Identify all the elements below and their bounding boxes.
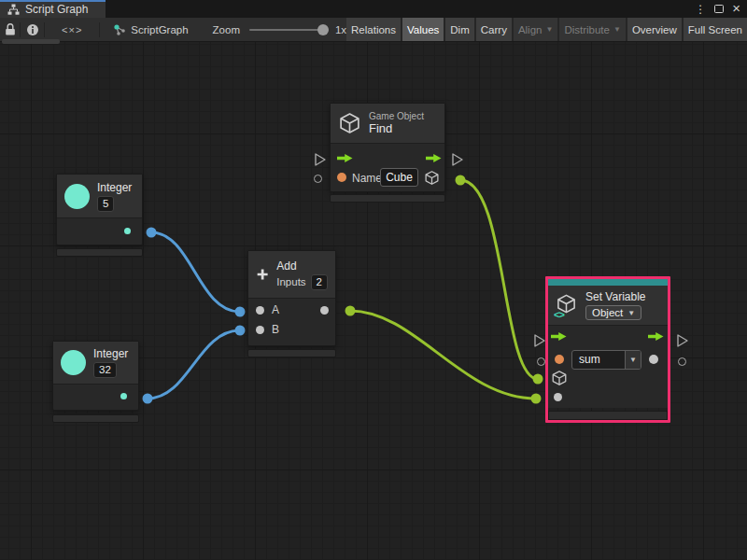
input-port-b[interactable] bbox=[256, 326, 264, 334]
wire-add-to-setvariable-value[interactable] bbox=[350, 311, 536, 399]
wire-find-to-setvariable-object[interactable] bbox=[460, 180, 538, 379]
node-title: Add bbox=[276, 259, 328, 273]
graph-breadcrumb-icon bbox=[113, 23, 126, 36]
titlebar: Script Graph ⋮ × bbox=[0, 0, 747, 18]
node-title: Find bbox=[369, 121, 424, 135]
input-port-gameobject-icon[interactable] bbox=[551, 370, 568, 386]
name-label: Name bbox=[352, 172, 382, 185]
relations-button[interactable]: Relations bbox=[346, 18, 401, 41]
values-button[interactable]: Values bbox=[402, 18, 444, 41]
integer-type-icon bbox=[61, 350, 86, 375]
value-output-marker[interactable] bbox=[678, 357, 686, 366]
variable-color-bar bbox=[548, 279, 668, 286]
node-gameobject-find[interactable]: Game Object Find Name Cube bbox=[330, 103, 445, 203]
carry-button[interactable]: Carry bbox=[476, 18, 512, 41]
gameobject-cube-icon bbox=[338, 111, 361, 135]
breadcrumb[interactable]: ScriptGraph bbox=[113, 23, 188, 36]
node-category: Game Object bbox=[369, 111, 424, 121]
inputs-count-field[interactable]: 2 bbox=[311, 274, 328, 290]
input-port-value[interactable] bbox=[554, 393, 562, 401]
gameobject-output-icon[interactable] bbox=[424, 170, 440, 186]
control-input-port[interactable] bbox=[337, 153, 353, 163]
variable-name-dropdown[interactable]: sum ▼ bbox=[571, 350, 641, 370]
tab-script-graph[interactable]: Script Graph bbox=[0, 0, 106, 18]
wire-integer32-to-add-b[interactable] bbox=[148, 330, 240, 399]
node-footer bbox=[548, 411, 668, 420]
integer-value-field[interactable]: 5 bbox=[97, 196, 114, 212]
output-port-integer[interactable] bbox=[120, 393, 127, 399]
close-icon[interactable]: × bbox=[732, 1, 740, 15]
integer-type-icon bbox=[64, 184, 90, 209]
node-footer bbox=[247, 349, 336, 357]
zoom-slider[interactable] bbox=[249, 29, 326, 31]
node-footer bbox=[56, 248, 143, 257]
value-input-marker[interactable] bbox=[314, 175, 322, 183]
output-port-integer[interactable] bbox=[124, 228, 131, 234]
tab-label: Script Graph bbox=[25, 3, 88, 16]
node-footer bbox=[52, 414, 139, 423]
window-controls: ⋮ × bbox=[695, 0, 747, 18]
graph-tab-icon bbox=[7, 4, 20, 15]
output-port-sum[interactable] bbox=[320, 306, 329, 315]
graph-canvas[interactable]: Integer 5 Integer 32 bbox=[0, 42, 747, 560]
overview-button[interactable]: Overview bbox=[627, 18, 682, 41]
toolbar-button-group: Relations Values Dim Carry Align▼ Distri… bbox=[346, 18, 747, 41]
window-menu-icon[interactable]: ⋮ bbox=[695, 4, 706, 15]
breadcrumb-label: ScriptGraph bbox=[131, 24, 188, 35]
control-output-marker[interactable] bbox=[676, 333, 689, 348]
node-footer bbox=[330, 194, 445, 203]
distribute-button[interactable]: Distribute▼ bbox=[559, 18, 626, 41]
zoom-label: Zoom bbox=[213, 24, 240, 35]
code-preview-toggle[interactable]: <×> bbox=[45, 24, 99, 35]
maximize-icon[interactable] bbox=[714, 5, 724, 13]
chevron-down-icon: ▼ bbox=[627, 310, 635, 317]
zoom-value: 1x bbox=[335, 24, 346, 35]
control-output-port[interactable] bbox=[648, 331, 664, 342]
node-title: Integer bbox=[93, 347, 128, 360]
node-add[interactable]: Add Inputs 2 A B bbox=[247, 250, 336, 357]
chevron-down-icon: ▼ bbox=[545, 26, 553, 34]
zoom-slider-handle[interactable] bbox=[317, 24, 329, 35]
name-value-field[interactable]: Cube bbox=[380, 168, 418, 187]
node-title: Set Variable bbox=[585, 290, 645, 303]
control-output-marker[interactable] bbox=[451, 152, 464, 167]
control-input-marker[interactable] bbox=[533, 333, 546, 348]
variable-scope-dropdown[interactable]: Object ▼ bbox=[585, 305, 641, 320]
chevron-down-icon: ▼ bbox=[613, 26, 621, 34]
output-port-value[interactable] bbox=[649, 355, 658, 364]
toolbar-separator bbox=[99, 22, 100, 37]
lock-button[interactable] bbox=[0, 18, 20, 41]
port-label-b: B bbox=[272, 323, 279, 336]
set-variable-icon: <> bbox=[555, 293, 579, 318]
info-icon bbox=[26, 23, 39, 36]
input-port-name[interactable] bbox=[337, 173, 346, 182]
input-port-a[interactable] bbox=[256, 306, 264, 315]
control-input-port[interactable] bbox=[551, 331, 567, 342]
graph-toolbar: <×> ScriptGraph Zoom 1x Relations Values… bbox=[0, 18, 747, 42]
dim-button[interactable]: Dim bbox=[445, 18, 473, 41]
value-input-marker[interactable] bbox=[537, 357, 545, 366]
wire-integer5-to-add-a[interactable] bbox=[151, 232, 240, 312]
fullscreen-button[interactable]: Full Screen bbox=[684, 18, 747, 41]
align-button[interactable]: Align▼ bbox=[514, 18, 558, 41]
plus-icon bbox=[256, 262, 269, 287]
chevron-down-icon: ▼ bbox=[629, 357, 637, 364]
lock-icon bbox=[5, 22, 16, 36]
input-port-variable-name[interactable] bbox=[555, 355, 564, 364]
port-label-a: A bbox=[272, 303, 279, 316]
inputs-label: Inputs bbox=[276, 276, 305, 287]
integer-value-field[interactable]: 32 bbox=[93, 362, 117, 378]
script-graph-window: Script Graph ⋮ × <×> bbox=[0, 0, 747, 560]
node-title: Integer bbox=[97, 181, 132, 194]
node-integer-32[interactable]: Integer 32 bbox=[52, 341, 139, 423]
scrollbar-thumb[interactable] bbox=[2, 39, 60, 44]
info-button[interactable] bbox=[21, 18, 44, 41]
control-output-port[interactable] bbox=[426, 153, 442, 163]
node-integer-5[interactable]: Integer 5 bbox=[56, 174, 143, 257]
node-set-variable-selected[interactable]: <> Set Variable Object ▼ bbox=[545, 276, 670, 423]
control-input-marker[interactable] bbox=[314, 152, 327, 167]
